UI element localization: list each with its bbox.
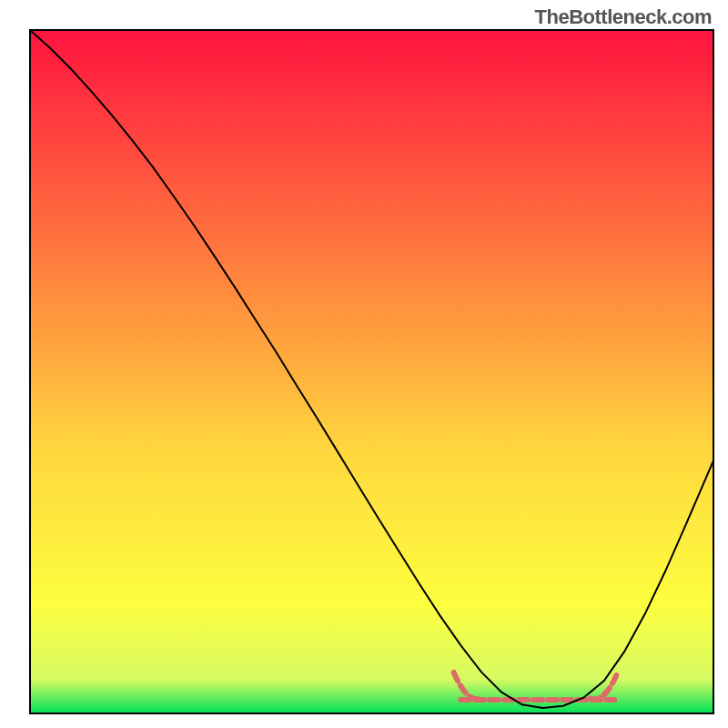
chart-container: TheBottleneck.com xyxy=(0,0,728,728)
watermark-text: TheBottleneck.com xyxy=(535,5,712,29)
chart-svg xyxy=(0,0,728,728)
plot-background xyxy=(30,30,713,713)
